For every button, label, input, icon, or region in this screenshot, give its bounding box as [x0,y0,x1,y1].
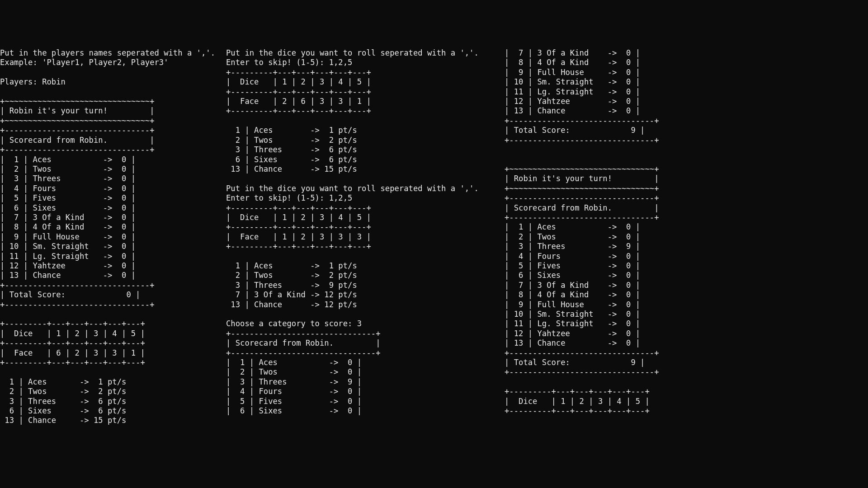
points-option: 3 | Threes -> 9 pt/s [226,281,357,290]
reroll-prompt: Put in the dice you want to roll seperat… [226,184,479,193]
banner-border: +~~~~~~~~~~~~~~~~~~~~~~~~~~~~~~~+ [0,97,154,106]
scorecard-header: | Scorecard from Robin. | [0,136,154,145]
scorecard-row: | 12 | Yahtzee -> 0 | [505,97,640,106]
dice-face-row: | Face | 1 | 2 | 3 | 3 | 3 | [226,232,371,241]
scorecard-row: | 6 | Sixes -> 0 | [0,203,136,212]
reroll-input[interactable]: Enter to skip! (1-5): 1,2,5 [226,193,352,202]
scorecard-row: | 2 | Twos -> 0 | [505,232,640,241]
scorecard-row: | 11 | Lg. Straight -> 0 | [0,252,136,261]
dice-header: | Dice | 1 | 2 | 3 | 4 | 5 | [0,329,145,338]
scorecard-row: | 13 | Chance -> 0 | [505,106,640,115]
scorecard-row: | 2 | Twos -> 0 | [226,367,362,376]
scorecard-border: +-------------------------------+ [505,348,659,357]
scorecard-row: | 12 | Yahtzee -> 0 | [0,261,136,270]
scorecard-row: | 12 | Yahtzee -> 0 | [505,329,640,338]
dice-face-row: | Face | 2 | 6 | 3 | 3 | 1 | [226,97,371,106]
dice-header: | Dice | 1 | 2 | 3 | 4 | 5 | [226,77,371,86]
scorecard-header: | Scorecard from Robin. | [226,338,380,347]
turn-banner: | Robin it's your turn! | [0,106,154,115]
scorecard-border: +-------------------------------+ [505,367,659,376]
dice-border: +---------+---+---+---+---+---+ [505,387,650,396]
scorecard-row: | 7 | 3 Of a Kind -> 0 | [505,281,640,290]
dice-face-row: | Face | 6 | 2 | 3 | 3 | 1 | [0,348,145,357]
banner-border: +~~~~~~~~~~~~~~~~~~~~~~~~~~~~~~~+ [0,116,154,125]
dice-border: +---------+---+---+---+---+---+ [505,406,650,415]
dice-header: | Dice | 1 | 2 | 3 | 4 | 5 | [226,213,371,222]
scorecard-row: | 4 | Fours -> 0 | [226,387,362,396]
points-option: 3 | Threes -> 6 pt/s [226,145,357,154]
column-2: Put in the dice you want to roll seperat… [226,48,505,488]
points-option: 1 | Aces -> 1 pt/s [226,126,357,135]
points-option: 13 | Chance -> 15 pt/s [0,416,126,425]
points-option: 13 | Chance -> 12 pt/s [226,300,357,309]
dice-border: +---------+---+---+---+---+---+ [0,358,145,367]
scorecard-row: | 3 | Threes -> 0 | [0,174,136,183]
banner-border: +~~~~~~~~~~~~~~~~~~~~~~~~~~~~~~~+ [505,184,659,193]
dice-border: +---------+---+---+---+---+---+ [226,87,371,96]
dice-header: | Dice | 1 | 2 | 3 | 4 | 5 | [505,397,650,406]
points-option: 2 | Twos -> 2 pt/s [0,387,126,396]
dice-border: +---------+---+---+---+---+---+ [226,68,371,77]
dice-border: +---------+---+---+---+---+---+ [226,222,371,231]
scorecard-row: | 9 | Full House -> 0 | [0,232,136,241]
scorecard-border: +-------------------------------+ [505,116,659,125]
scorecard-row: | 11 | Lg. Straight -> 0 | [505,319,640,328]
dice-border: +---------+---+---+---+---+---+ [0,338,145,347]
scorecard-row: | 3 | Threes -> 9 | [226,377,362,386]
dice-border: +---------+---+---+---+---+---+ [0,319,145,328]
scorecard-row: | 2 | Twos -> 0 | [0,164,136,174]
scorecard-row: | 11 | Lg. Straight -> 0 | [505,87,640,96]
scorecard-row: | 10 | Sm. Straight -> 0 | [0,242,136,251]
scorecard-row: | 10 | Sm. Straight -> 0 | [505,310,640,319]
scorecard-border: +-------------------------------+ [0,281,154,290]
scorecard-row: | 8 | 4 Of a Kind -> 0 | [0,222,136,231]
scorecard-row: | 6 | Sixes -> 0 | [505,271,640,280]
scorecard-header: | Scorecard from Robin. | [505,203,659,212]
scorecard-border: +-------------------------------+ [505,193,659,202]
total-score-row: | Total Score: 9 | [505,126,645,135]
scorecard-border: +-------------------------------+ [505,136,659,145]
scorecard-row: | 9 | Full House -> 0 | [505,300,640,309]
scorecard-row: | 5 | Fives -> 0 | [505,261,640,270]
banner-border: +~~~~~~~~~~~~~~~~~~~~~~~~~~~~~~~+ [505,164,659,174]
choose-category-input[interactable]: Choose a category to score: 3 [226,319,362,328]
players-input-line[interactable]: Players: Robin [0,77,66,86]
scorecard-row: | 7 | 3 Of a Kind -> 0 | [505,48,640,57]
scorecard-border: +-------------------------------+ [0,126,154,135]
points-option: 6 | Sixes -> 6 pt/s [226,155,357,164]
reroll-input[interactable]: Enter to skip! (1-5): 1,2,5 [226,58,352,67]
scorecard-border: +-------------------------------+ [505,213,659,222]
column-1: Put in the players names seperated with … [0,48,226,488]
dice-border: +---------+---+---+---+---+---+ [226,203,371,212]
points-option: 2 | Twos -> 2 pt/s [226,136,357,145]
terminal-output: Put in the players names seperated with … [0,48,868,488]
scorecard-row: | 1 | Aces -> 0 | [0,155,136,164]
scorecard-row: | 1 | Aces -> 0 | [505,222,640,231]
points-option: 1 | Aces -> 1 pt/s [0,377,126,386]
points-option: 13 | Chance -> 15 pt/s [226,164,357,174]
scorecard-row: | 4 | Fours -> 0 | [0,184,136,193]
total-score-row: | Total Score: 9 | [505,358,645,367]
scorecard-row: | 3 | Threes -> 9 | [505,242,640,251]
dice-border: +---------+---+---+---+---+---+ [226,106,371,115]
points-option: 6 | Sixes -> 6 pt/s [0,406,126,415]
column-3: | 7 | 3 Of a Kind -> 0 | | 8 | 4 Of a Ki… [505,48,868,488]
scorecard-row: | 5 | Fives -> 0 | [226,397,362,406]
dice-border: +---------+---+---+---+---+---+ [226,242,371,251]
turn-banner: | Robin it's your turn! | [505,174,659,183]
scorecard-row: | 7 | 3 Of a Kind -> 0 | [0,213,136,222]
scorecard-row: | 9 | Full House -> 0 | [505,68,640,77]
scorecard-row: | 4 | Fours -> 0 | [505,252,640,261]
scorecard-row: | 10 | Sm. Straight -> 0 | [505,77,640,86]
intro-line: Put in the players names seperated with … [0,48,215,57]
points-option: 1 | Aces -> 1 pt/s [226,261,357,270]
points-option: 7 | 3 Of a Kind -> 12 pt/s [226,290,357,299]
scorecard-row: | 13 | Chance -> 0 | [505,338,640,347]
scorecard-border: +-------------------------------+ [0,300,154,309]
scorecard-border: +-------------------------------+ [0,145,154,154]
reroll-prompt: Put in the dice you want to roll seperat… [226,48,479,57]
scorecard-border: +-------------------------------+ [226,329,380,338]
points-option: 3 | Threes -> 6 pt/s [0,397,126,406]
scorecard-row: | 8 | 4 Of a Kind -> 0 | [505,290,640,299]
scorecard-row: | 8 | 4 Of a Kind -> 0 | [505,58,640,67]
